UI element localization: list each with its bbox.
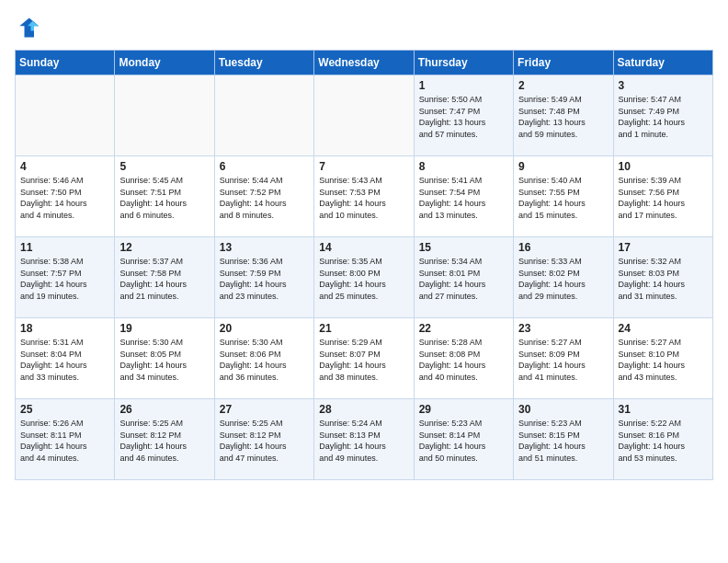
cell-info: Sunrise: 5:40 AM Sunset: 7:55 PM Dayligh…	[518, 175, 608, 221]
day-number: 17	[619, 241, 708, 254]
calendar-cell: 6Sunrise: 5:44 AM Sunset: 7:52 PM Daylig…	[214, 156, 313, 237]
day-number: 22	[419, 322, 508, 335]
cell-info: Sunrise: 5:25 AM Sunset: 8:12 PM Dayligh…	[220, 418, 309, 464]
cell-info: Sunrise: 5:47 AM Sunset: 7:49 PM Dayligh…	[619, 94, 708, 140]
day-number: 14	[319, 241, 408, 254]
calendar-cell: 21Sunrise: 5:29 AM Sunset: 8:07 PM Dayli…	[314, 318, 414, 399]
cell-info: Sunrise: 5:31 AM Sunset: 8:04 PM Dayligh…	[20, 337, 109, 383]
day-number: 26	[119, 403, 209, 416]
calendar-cell: 29Sunrise: 5:23 AM Sunset: 8:14 PM Dayli…	[414, 399, 513, 480]
calendar-cell: 7Sunrise: 5:43 AM Sunset: 7:53 PM Daylig…	[314, 156, 414, 237]
calendar-cell: 22Sunrise: 5:28 AM Sunset: 8:08 PM Dayli…	[414, 318, 513, 399]
calendar-table: SundayMondayTuesdayWednesdayThursdayFrid…	[15, 50, 713, 480]
calendar-cell	[115, 75, 214, 156]
calendar-cell: 15Sunrise: 5:34 AM Sunset: 8:01 PM Dayli…	[414, 237, 513, 318]
cell-info: Sunrise: 5:32 AM Sunset: 8:03 PM Dayligh…	[619, 256, 708, 302]
cell-info: Sunrise: 5:46 AM Sunset: 7:50 PM Dayligh…	[20, 175, 109, 221]
cell-info: Sunrise: 5:49 AM Sunset: 7:48 PM Dayligh…	[518, 94, 608, 140]
cell-info: Sunrise: 5:50 AM Sunset: 7:47 PM Dayligh…	[419, 94, 508, 140]
day-number: 23	[518, 322, 608, 335]
day-number: 19	[119, 322, 209, 335]
calendar-cell: 30Sunrise: 5:23 AM Sunset: 8:15 PM Dayli…	[514, 399, 613, 480]
day-number: 16	[518, 241, 608, 254]
col-header-wednesday: Wednesday	[314, 51, 414, 75]
col-header-friday: Friday	[514, 51, 613, 75]
calendar-week-2: 4Sunrise: 5:46 AM Sunset: 7:50 PM Daylig…	[16, 156, 713, 237]
calendar-cell: 31Sunrise: 5:22 AM Sunset: 8:16 PM Dayli…	[613, 399, 712, 480]
page-header	[15, 15, 713, 40]
cell-info: Sunrise: 5:39 AM Sunset: 7:56 PM Dayligh…	[619, 175, 708, 221]
day-number: 2	[518, 79, 608, 92]
cell-info: Sunrise: 5:29 AM Sunset: 8:07 PM Dayligh…	[319, 337, 408, 383]
calendar-cell: 4Sunrise: 5:46 AM Sunset: 7:50 PM Daylig…	[16, 156, 115, 237]
day-number: 6	[220, 160, 309, 173]
calendar-cell	[214, 75, 313, 156]
calendar-cell: 3Sunrise: 5:47 AM Sunset: 7:49 PM Daylig…	[613, 75, 712, 156]
calendar-cell: 13Sunrise: 5:36 AM Sunset: 7:59 PM Dayli…	[214, 237, 313, 318]
calendar-week-5: 25Sunrise: 5:26 AM Sunset: 8:11 PM Dayli…	[16, 399, 713, 480]
day-number: 25	[20, 403, 109, 416]
day-number: 20	[220, 322, 309, 335]
cell-info: Sunrise: 5:26 AM Sunset: 8:11 PM Dayligh…	[20, 418, 109, 464]
calendar-cell: 9Sunrise: 5:40 AM Sunset: 7:55 PM Daylig…	[514, 156, 613, 237]
calendar-cell: 19Sunrise: 5:30 AM Sunset: 8:05 PM Dayli…	[115, 318, 214, 399]
calendar-cell: 20Sunrise: 5:30 AM Sunset: 8:06 PM Dayli…	[214, 318, 313, 399]
day-number: 15	[419, 241, 508, 254]
calendar-cell: 26Sunrise: 5:25 AM Sunset: 8:12 PM Dayli…	[115, 399, 214, 480]
day-number: 18	[20, 322, 109, 335]
calendar-cell	[16, 75, 115, 156]
day-number: 31	[619, 403, 708, 416]
cell-info: Sunrise: 5:28 AM Sunset: 8:08 PM Dayligh…	[419, 337, 508, 383]
col-header-thursday: Thursday	[414, 51, 513, 75]
cell-info: Sunrise: 5:30 AM Sunset: 8:05 PM Dayligh…	[119, 337, 209, 383]
cell-info: Sunrise: 5:27 AM Sunset: 8:10 PM Dayligh…	[619, 337, 708, 383]
logo-icon	[15, 15, 40, 40]
cell-info: Sunrise: 5:23 AM Sunset: 8:15 PM Dayligh…	[518, 418, 608, 464]
cell-info: Sunrise: 5:33 AM Sunset: 8:02 PM Dayligh…	[518, 256, 608, 302]
calendar-cell: 23Sunrise: 5:27 AM Sunset: 8:09 PM Dayli…	[514, 318, 613, 399]
cell-info: Sunrise: 5:22 AM Sunset: 8:16 PM Dayligh…	[619, 418, 708, 464]
cell-info: Sunrise: 5:23 AM Sunset: 8:14 PM Dayligh…	[419, 418, 508, 464]
cell-info: Sunrise: 5:34 AM Sunset: 8:01 PM Dayligh…	[419, 256, 508, 302]
cell-info: Sunrise: 5:35 AM Sunset: 8:00 PM Dayligh…	[319, 256, 408, 302]
day-number: 24	[619, 322, 708, 335]
calendar-cell: 16Sunrise: 5:33 AM Sunset: 8:02 PM Dayli…	[514, 237, 613, 318]
cell-info: Sunrise: 5:45 AM Sunset: 7:51 PM Dayligh…	[119, 175, 209, 221]
cell-info: Sunrise: 5:41 AM Sunset: 7:54 PM Dayligh…	[419, 175, 508, 221]
calendar-cell: 11Sunrise: 5:38 AM Sunset: 7:57 PM Dayli…	[16, 237, 115, 318]
day-number: 3	[619, 79, 708, 92]
day-number: 1	[419, 79, 508, 92]
cell-info: Sunrise: 5:38 AM Sunset: 7:57 PM Dayligh…	[20, 256, 109, 302]
calendar-cell: 18Sunrise: 5:31 AM Sunset: 8:04 PM Dayli…	[16, 318, 115, 399]
svg-marker-1	[19, 18, 39, 38]
day-number: 7	[319, 160, 408, 173]
cell-info: Sunrise: 5:30 AM Sunset: 8:06 PM Dayligh…	[220, 337, 309, 383]
calendar-week-3: 11Sunrise: 5:38 AM Sunset: 7:57 PM Dayli…	[16, 237, 713, 318]
calendar-cell: 25Sunrise: 5:26 AM Sunset: 8:11 PM Dayli…	[16, 399, 115, 480]
cell-info: Sunrise: 5:25 AM Sunset: 8:12 PM Dayligh…	[119, 418, 209, 464]
cell-info: Sunrise: 5:24 AM Sunset: 8:13 PM Dayligh…	[319, 418, 408, 464]
day-number: 5	[119, 160, 209, 173]
day-number: 8	[419, 160, 508, 173]
day-number: 29	[419, 403, 508, 416]
logo	[15, 15, 44, 40]
calendar-cell: 14Sunrise: 5:35 AM Sunset: 8:00 PM Dayli…	[314, 237, 414, 318]
day-number: 4	[20, 160, 109, 173]
calendar-header-row: SundayMondayTuesdayWednesdayThursdayFrid…	[16, 51, 713, 75]
day-number: 21	[319, 322, 408, 335]
cell-info: Sunrise: 5:36 AM Sunset: 7:59 PM Dayligh…	[220, 256, 309, 302]
calendar-week-4: 18Sunrise: 5:31 AM Sunset: 8:04 PM Dayli…	[16, 318, 713, 399]
day-number: 13	[220, 241, 309, 254]
day-number: 10	[619, 160, 708, 173]
col-header-saturday: Saturday	[613, 51, 712, 75]
day-number: 12	[119, 241, 209, 254]
day-number: 28	[319, 403, 408, 416]
cell-info: Sunrise: 5:37 AM Sunset: 7:58 PM Dayligh…	[119, 256, 209, 302]
calendar-cell: 5Sunrise: 5:45 AM Sunset: 7:51 PM Daylig…	[115, 156, 214, 237]
day-number: 9	[518, 160, 608, 173]
day-number: 11	[20, 241, 109, 254]
col-header-tuesday: Tuesday	[214, 51, 313, 75]
calendar-cell: 2Sunrise: 5:49 AM Sunset: 7:48 PM Daylig…	[514, 75, 613, 156]
calendar-cell: 24Sunrise: 5:27 AM Sunset: 8:10 PM Dayli…	[613, 318, 712, 399]
calendar-cell: 8Sunrise: 5:41 AM Sunset: 7:54 PM Daylig…	[414, 156, 513, 237]
